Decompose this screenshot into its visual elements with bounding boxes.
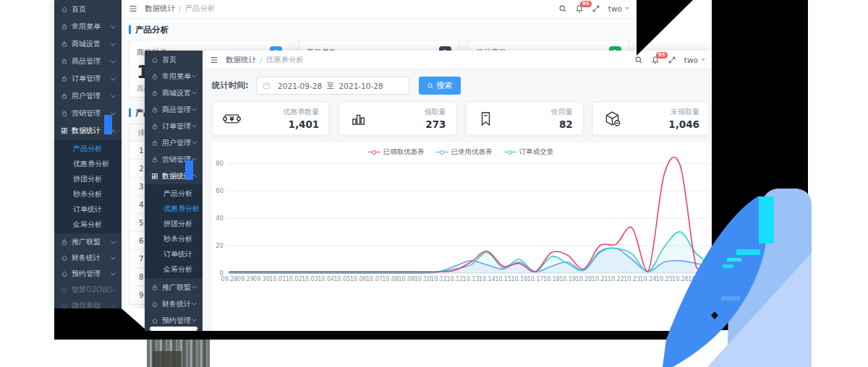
sidebar-menu-item[interactable]: 智慧O2O设置 [54, 282, 122, 298]
username: two [684, 56, 698, 64]
sidebar-menu-item[interactable]: 数据统计 [145, 168, 203, 184]
notification-bell[interactable]: 95 [651, 56, 660, 64]
sidebar-submenu-item[interactable]: 秒杀分析 [145, 231, 203, 246]
sidebar-menu-item[interactable]: 用户管理 [54, 87, 122, 105]
svg-text:10.02: 10.02 [286, 276, 302, 282]
fullscreen-icon[interactable] [592, 4, 600, 13]
stat-value: 273 [425, 118, 446, 130]
menu-icon [61, 254, 68, 262]
sidebar-menu-item[interactable]: 商城设置 [54, 35, 122, 53]
legend-item[interactable]: 已领取优惠券 [368, 147, 425, 157]
menu-icon [61, 286, 68, 293]
search-button[interactable]: 搜索 [419, 77, 461, 95]
front-content: 统计时间: 2021-09-28 至 2021-10-28 搜索 [203, 69, 712, 334]
breadcrumb-root[interactable]: 数据统计 [226, 55, 256, 65]
legend-label: 订单成交量 [519, 147, 554, 157]
chevron-icon [111, 75, 116, 80]
date-range-picker[interactable]: 2021-09-28 至 2021-10-28 [256, 77, 409, 95]
svg-text:10.05: 10.05 [333, 276, 350, 282]
notification-badge: 95 [580, 1, 592, 7]
front-navbar: 数据统计 / 优惠券分析 95 two [203, 51, 712, 69]
sidebar-toggle-icon[interactable] [210, 56, 218, 64]
stat-value: 1,401 [283, 118, 319, 130]
sidebar-submenu-item[interactable]: 拼团分析 [145, 216, 203, 231]
svg-text:10.26: 10.26 [672, 276, 689, 282]
menu-item-label: 订单管理 [72, 74, 101, 84]
glitch-artifact [185, 160, 193, 180]
sidebar-menu-item[interactable]: 营销管理 [145, 151, 203, 168]
sidebar-menu-item[interactable]: 数据统计 [54, 122, 122, 139]
chevron-icon [111, 40, 116, 46]
chart-panel: 已领取优惠券 已使用优惠券 订单成交量 02040608009.2809.290… [212, 142, 710, 334]
rank-cell: 3 [139, 182, 144, 191]
svg-text:10.08: 10.08 [382, 276, 399, 282]
sidebar-submenu-item[interactable]: 优惠券分析 [145, 201, 203, 216]
submenu-item-label: 产品分析 [163, 189, 192, 199]
sidebar-menu-item[interactable]: 首页 [145, 51, 203, 68]
notification-bell[interactable]: 95 [575, 4, 584, 13]
menu-icon [151, 173, 158, 180]
breadcrumb-separator: / [260, 56, 263, 64]
user-menu[interactable]: two [684, 56, 705, 64]
sidebar-menu-item[interactable]: 财务统计 [145, 295, 203, 312]
sidebar-submenu-item[interactable]: 拼团分析 [54, 171, 122, 186]
submenu-item-label: 拼团分析 [73, 174, 102, 184]
menu-icon [61, 110, 68, 117]
sidebar-menu-item[interactable]: 财务统计 [54, 250, 122, 266]
sidebar-menu-item[interactable]: 订单管理 [54, 70, 122, 87]
sidebar-toggle-icon[interactable] [129, 4, 137, 13]
sidebar-submenu-item[interactable]: 众筹分析 [145, 262, 203, 277]
stat-card-unclaimed: 未领取量 1,046 [592, 102, 710, 135]
sidebar-submenu-item[interactable]: 产品分析 [54, 141, 122, 156]
sidebar-submenu-item[interactable]: 产品分析 [145, 186, 203, 201]
fullscreen-icon[interactable] [668, 56, 676, 64]
svg-text:10.24: 10.24 [640, 276, 657, 282]
svg-text:80: 80 [216, 160, 224, 167]
sidebar-menu-item[interactable]: 常用菜单 [54, 18, 122, 35]
sidebar-menu-item[interactable]: 首页 [54, 1, 122, 18]
legend-item[interactable]: 订单成交量 [504, 147, 554, 157]
menu-item-label: 商城设置 [162, 88, 191, 98]
search-icon[interactable] [634, 56, 643, 64]
back-sidebar-menu-bottom: 推广联盟 财务统计 预约管理 [54, 233, 122, 308]
chevron-icon [192, 317, 197, 322]
start-date-input[interactable]: 2021-09-28 [275, 82, 326, 90]
search-icon[interactable] [558, 4, 567, 13]
menu-item-label: 微信基础 [72, 301, 101, 308]
menu-item-label: 订单管理 [162, 121, 191, 131]
sidebar-menu-item[interactable]: 常用菜单 [145, 68, 203, 85]
sidebar-menu-item[interactable]: 商城设置 [145, 85, 203, 101]
scrollbar-thumb[interactable] [150, 327, 197, 331]
sidebar-menu-item[interactable]: 订单管理 [145, 118, 203, 134]
sidebar-menu-item[interactable]: 推广联盟 [54, 234, 122, 250]
sidebar-submenu-item[interactable]: 秒杀分析 [54, 186, 122, 202]
svg-text:10.01: 10.01 [269, 276, 286, 282]
sidebar-submenu-item[interactable]: 众筹分析 [54, 217, 122, 232]
sidebar-menu-item[interactable]: 推广联盟 [145, 279, 203, 295]
sidebar-menu-item[interactable]: 用户管理 [145, 134, 203, 151]
chevron-icon [192, 106, 197, 111]
menu-icon [61, 23, 68, 30]
menu-icon [151, 301, 158, 308]
sidebar-submenu-item[interactable]: 订单统计 [54, 202, 122, 217]
sidebar-submenu-item[interactable]: 订单统计 [145, 246, 203, 262]
user-menu[interactable]: two [608, 4, 629, 13]
end-date-input[interactable]: 2021-10-28 [336, 82, 386, 90]
menu-item-label: 推广联盟 [162, 282, 191, 293]
breadcrumb-current: 优惠券分析 [266, 55, 305, 65]
sidebar-menu-item[interactable]: 商品管理 [145, 101, 203, 118]
legend-item[interactable]: 已使用优惠券 [436, 147, 493, 157]
chevron-icon [111, 58, 116, 63]
sidebar-menu-item[interactable]: 商品管理 [54, 53, 122, 70]
submenu-item-label: 产品分析 [73, 144, 102, 154]
breadcrumb-root[interactable]: 数据统计 [145, 4, 175, 14]
chevron-icon [192, 123, 197, 128]
stat-label: 优惠券数量 [283, 107, 319, 117]
sidebar-menu-item[interactable]: 微信基础 [54, 298, 122, 308]
submenu-item-label: 众筹分析 [163, 264, 192, 275]
sidebar-submenu-item[interactable]: 优惠券分析 [54, 156, 122, 171]
stat-card-received: 领取量 273 [339, 102, 456, 135]
back-navbar: 数据统计 / 产品分析 95 two [122, 0, 637, 18]
sidebar-menu-item[interactable]: 预约管理 [54, 266, 122, 282]
back-sidebar-submenu: 产品分析 优惠券分析 拼团分析 秒杀分析 订单统计 众筹分析 [54, 139, 122, 233]
